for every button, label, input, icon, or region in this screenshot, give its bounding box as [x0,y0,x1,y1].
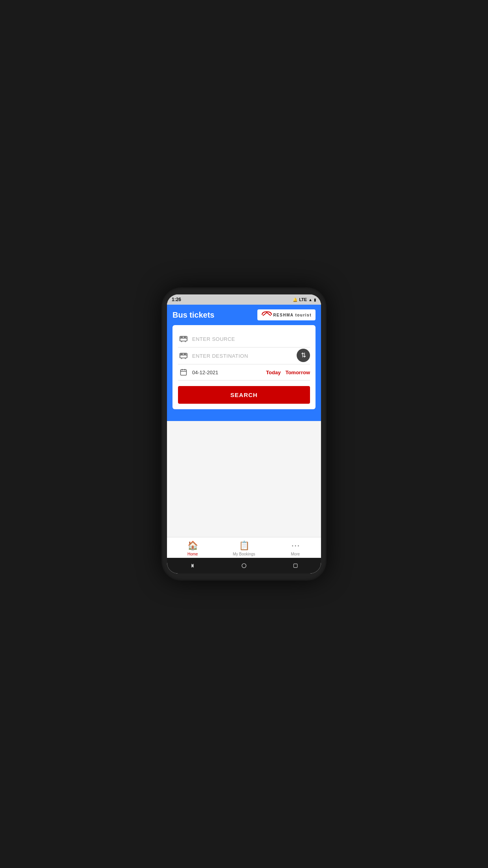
phone-screen: 1:26 🔔 LTE ▲ ▮ Bus tickets RESHMA touris… [167,294,321,574]
nav-label-bookings: My Bookings [233,552,255,556]
source-icon [178,335,189,343]
today-button[interactable]: Today [266,370,281,375]
swap-button[interactable]: ⇅ [297,349,310,362]
destination-field-row[interactable]: ENTER DESTINATION [178,348,310,364]
svg-rect-12 [181,370,187,375]
date-field-row[interactable]: 04-12-2021 Today Tomorrow [178,364,310,381]
swap-icon: ⇅ [301,352,306,359]
nav-item-more[interactable]: ⋯ More [270,541,321,556]
logo-text: RESHMA tourist [273,313,312,317]
nav-item-bookings[interactable]: 📋 My Bookings [218,541,270,556]
home-icon: 🏠 [187,541,198,551]
svg-rect-19 [294,564,297,567]
nav-label-home: Home [187,552,198,556]
search-card: ENTER SOURCE ⇅ [172,325,316,409]
phone-frame: 1:26 🔔 LTE ▲ ▮ Bus tickets RESHMA touris… [161,287,327,581]
svg-rect-10 [181,354,183,355]
main-content [167,421,321,537]
svg-point-18 [242,564,246,568]
source-placeholder: ENTER SOURCE [192,336,310,342]
destination-icon [178,351,189,360]
tomorrow-button[interactable]: Tomorrow [285,370,310,375]
logo-svg-icon [261,311,272,319]
brand-logo: RESHMA tourist [257,309,316,320]
signal-icon: ▲ [308,298,312,302]
app-title: Bus tickets [172,311,215,320]
calendar-icon [178,368,189,376]
search-section: ENTER SOURCE ⇅ [167,325,321,421]
svg-rect-4 [181,337,183,338]
back-button[interactable] [188,561,197,570]
status-time: 1:26 [172,297,181,302]
source-field-row[interactable]: ENTER SOURCE ⇅ [178,331,310,348]
logo-decoration [261,311,272,319]
date-value: 04-12-2021 [192,370,261,375]
android-nav-bar [167,558,321,574]
destination-placeholder: ENTER DESTINATION [192,353,310,359]
svg-rect-5 [184,337,186,338]
home-button[interactable] [239,561,249,570]
search-button[interactable]: SEARCH [178,386,310,404]
battery-icon: ▮ [314,298,316,302]
status-bar: 1:26 🔔 LTE ▲ ▮ [167,294,321,305]
app-header: Bus tickets RESHMA tourist [167,305,321,325]
more-icon: ⋯ [291,541,300,551]
recents-button[interactable] [291,561,300,570]
bookings-icon: 📋 [239,541,250,551]
bottom-nav: 🏠 Home 📋 My Bookings ⋯ More [167,537,321,558]
nav-item-home[interactable]: 🏠 Home [167,541,218,556]
nav-label-more: More [291,552,300,556]
lte-icon: LTE [299,297,307,302]
svg-rect-11 [184,354,186,355]
notification-icon: 🔔 [293,298,297,302]
status-icons: 🔔 LTE ▲ ▮ [293,297,316,302]
